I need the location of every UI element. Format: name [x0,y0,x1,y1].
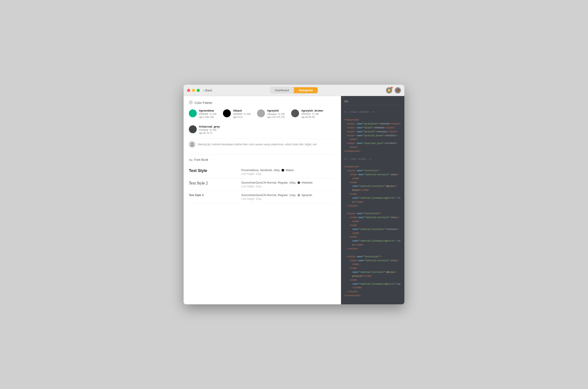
color-info-greenblue: #greenblue #00b988 % 100 rgb 0 185 136 [199,109,216,118]
svg-point-1 [190,102,192,103]
xml-header: XML [344,99,401,105]
maximize-button[interactable] [197,89,200,92]
back-button[interactable]: ‹ Back [203,88,212,92]
main-content: Color Palette #greenblue #00b988 % 100 r… [184,96,404,304]
color-info-charcoal-grey: #charcoal_grey #414648 % 100 rgb 65 70 7… [199,125,220,134]
style-line-height-2: Line height: 13sp [241,185,312,188]
left-panel: Color Palette #greenblue #00b988 % 100 r… [184,96,341,304]
titlebar-right: 🔔 🐻 [386,87,401,94]
tab-styleguide[interactable]: Styleguide [294,87,318,93]
color-rgb-black: rgb 0 0 0 [233,116,251,118]
color-swatch-charcoal-grey [189,125,197,133]
minimize-button[interactable] [192,89,195,92]
text-style-name-2: Text Style 2 [189,181,241,186]
color-item-black: #black #000000 % 100 rgb 0 0 0 [223,109,251,118]
color-swatch-greyish [257,109,265,117]
color-hex-charcoal-grey: #414648 % 100 [199,129,220,131]
close-button[interactable] [187,89,190,92]
text-style-row-2: Text Style 2 SourceHanSansCN-Normal, Reg… [189,178,336,191]
color-item-charcoal-grey: #charcoal_grey #414648 % 100 rgb 65 70 7… [189,125,220,134]
tab-dashboard[interactable]: Dashboard [270,87,294,93]
color-hex-black: #000000 % 100 [233,113,251,115]
color-dot-2 [298,181,300,184]
color-hex-greyish-brown: #555555 % 100 [301,113,323,115]
color-info-greyish: #greyish #aaaaaa % 100 rgb 170 170 170 [267,109,285,118]
color-dot-3 [298,194,300,196]
tip-avatar-icon [189,141,196,148]
color-swatch-greenblue [189,109,197,117]
svg-point-0 [189,101,193,104]
color-name-greyish: #greyish [267,109,285,112]
naming-tip: Naming tip: Android developers define th… [189,139,336,150]
color-rgb-greenblue: rgb 0 185 136 [199,116,216,118]
text-style-details-1: ProximaNova, Semibold, 18sp, #black Line… [241,168,294,175]
nav-tabs: Dashboard Styleguide [270,87,318,94]
color-item-greyish-brown: #greyish_brown #555555 % 100 rgb 85 85 8… [291,109,323,118]
color-rgb-greyish: rgb 170 170 170 [267,116,285,118]
color-info-black: #black #000000 % 100 rgb 0 0 0 [233,109,251,118]
xml-content: <!-- Color palette --> <resources> <colo… [344,106,401,302]
color-rgb-charcoal-grey: rgb 65 70 72 [199,132,220,134]
xml-panel: XML <!-- Color palette --> <resources> <… [341,96,404,304]
color-swatch-greyish-brown [291,109,299,117]
color-rgb-greyish-brown: rgb 85 85 85 [301,116,323,118]
text-style-details-3: SourceHanSansCN-Normal, Regular, 12sp, #… [241,194,312,200]
color-name-greenblue: #greenblue [199,109,216,112]
color-name-black: #black [233,109,251,112]
notification-badge [391,87,393,89]
style-spec-3: SourceHanSansCN-Normal, Regular, 12sp, #… [241,194,312,197]
color-hex-greyish: #aaaaaa % 100 [267,113,285,115]
traffic-lights [187,89,200,92]
style-spec-1: ProximaNova, Semibold, 18sp, #black [241,168,294,172]
color-item-greyish: #greyish #aaaaaa % 100 rgb 170 170 170 [257,109,285,118]
app-window: ‹ Back Dashboard Styleguide 🔔 🐻 [184,85,404,304]
color-palette-list: #greenblue #00b988 % 100 rgb 0 185 136 #… [189,109,336,134]
style-spec-2: SourceHanSansCN-Normal, Regular, 18sp, #… [241,181,312,184]
color-hex-greenblue: #00b988 % 100 [199,113,216,115]
text-style-name-3: Text Style 3 [189,194,241,197]
palette-icon [189,100,193,105]
fontbook-header: Aa Font Book [189,154,336,162]
color-item-greenblue: #greenblue #00b988 % 100 rgb 0 185 136 [189,109,216,118]
color-info-greyish-brown: #greyish_brown #555555 % 100 rgb 85 85 8… [301,109,323,118]
notification-icon[interactable]: 🔔 [386,87,392,94]
titlebar: ‹ Back Dashboard Styleguide 🔔 🐻 [184,85,404,96]
naming-tip-text: Naming tip: Android developers define th… [197,143,316,146]
text-style-details-2: SourceHanSansCN-Normal, Regular, 18sp, #… [241,181,312,188]
style-line-height-3: Line height: 13sp [241,197,312,200]
color-swatch-black [223,109,231,117]
text-style-row-1: Text Style ProximaNova, Semibold, 18sp, … [189,166,336,178]
fontbook-label: Font Book [194,158,208,162]
chevron-left-icon: ‹ [203,88,204,92]
text-style-row-3: Text Style 3 SourceHanSansCN-Normal, Reg… [189,191,336,203]
style-line-height-1: Line height: 13sp [241,172,294,175]
text-style-name-1: Text Style [189,168,241,173]
color-name-charcoal-grey: #charcoal_grey [199,125,220,128]
user-avatar[interactable]: 🐻 [395,87,401,94]
text-style-list: Text Style ProximaNova, Semibold, 18sp, … [189,166,336,203]
color-palette-label: Color Palette [195,101,212,105]
color-name-greyish-brown: #greyish_brown [301,109,323,112]
fontbook-label-aa: Aa [189,158,193,162]
color-palette-header: Color Palette [189,100,336,105]
color-dot-1 [281,169,284,171]
back-label: Back [205,89,212,92]
